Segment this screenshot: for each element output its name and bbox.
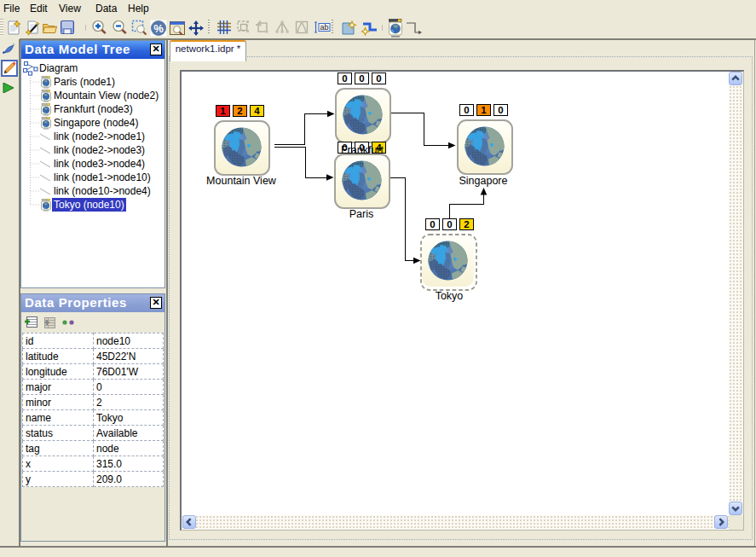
svg-text:ab: ab [320, 23, 328, 32]
svg-text:%: % [153, 22, 164, 35]
